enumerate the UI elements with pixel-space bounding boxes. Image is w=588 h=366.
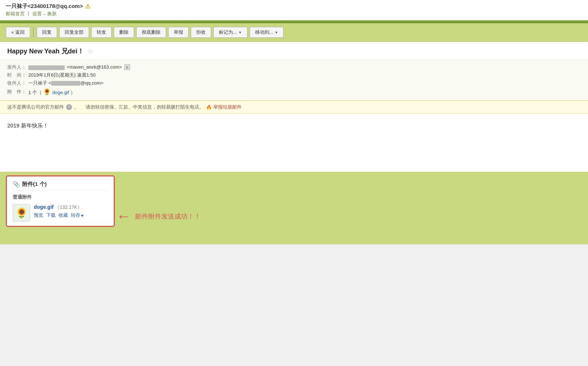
email-subject-title: Happy New Yeah 兄dei！ [7,47,84,56]
forward-button[interactable]: 转发 [91,27,112,38]
nav-home[interactable]: 邮箱首页 [6,11,25,17]
to-email-blurred [51,81,80,86]
attachment-file: 🌻 doge.gif （132.17K） 预览 下载 收藏 转存 ▾ [13,204,108,221]
email-header: 一只袜子<23400178@qq.com> ⚠ 邮箱首页 丨 设置 – 换肤 [0,0,588,20]
to-label: 收件人： [7,80,26,86]
spam-separator: 。 [74,104,84,110]
delete-button[interactable]: 删除 [114,27,134,38]
help-icon[interactable]: ? [66,104,72,110]
attachment-panel-header: 📎 附件(1 个) [13,181,108,190]
email-body-text: 2019 新年快乐！ [7,122,581,129]
from-value: <maven_work@163.com> [28,64,122,70]
download-link[interactable]: 下载 [46,212,56,219]
reject-button[interactable]: 拒收 [191,27,211,38]
attachment-box: 📎 附件(1 个) 普通附件 🌻 doge.gif （132.17K） 预览 下… [6,175,115,227]
red-arrow-icon: ← [116,208,131,224]
spam-report-link[interactable]: 🔥 举报垃圾邮件 [206,104,242,110]
move-button[interactable]: 移动到... ▼ [250,27,284,38]
file-size: （132.17K） [55,204,82,210]
reply-all-button[interactable]: 回复全部 [59,27,89,38]
warning-icon: ⚠ [85,3,90,10]
spam-warning: 这不是腾讯公司的官方邮件 ? 。 请勿轻信密保、汇款、中奖信息，勿轻易拨打陌生电… [0,101,588,114]
contact-card-icon[interactable]: ≡ [124,64,130,70]
save-dropdown[interactable]: 转存 ▾ [71,212,84,219]
annotation-arrow: ← 邮件附件发送成功！！ [116,208,201,224]
move-dropdown-arrow: ▼ [274,30,278,34]
spam-notice-text: 这不是腾讯公司的官方邮件 [7,104,64,110]
email-meta: 发件人： <maven_work@163.com> ≡ 时 间： 2019年1月… [0,60,588,101]
file-name[interactable]: doge.gif [34,204,53,210]
file-name-row: doge.gif （132.17K） [34,204,108,211]
time-value: 2019年1月6日(星期天) 凌晨1:50 [28,72,96,78]
time-row: 时 间： 2019年1月6日(星期天) 凌晨1:50 [7,72,581,78]
green-bar [0,20,588,23]
collect-link[interactable]: 收藏 [59,212,68,219]
nav-settings[interactable]: 设置 [32,11,42,17]
toolbar-divider-1 [33,28,34,37]
from-label: 发件人： [7,64,26,70]
spam-advice-text: 请勿轻信密保、汇款、中奖信息，勿轻易拨打陌生电话。 [86,104,204,110]
from-name-blurred [28,65,65,70]
star-icon[interactable]: ☆ [88,47,93,55]
reply-button[interactable]: 回复 [37,27,57,38]
email-subject-row: Happy New Yeah 兄dei！ ☆ [0,42,588,60]
username-display: 一只袜子<23400178@qq.com> [6,3,83,10]
to-row: 收件人： 一只袜子 <@qq.com> [7,80,581,86]
attachment-section: 📎 附件(1 个) 普通附件 🌻 doge.gif （132.17K） 预览 下… [0,172,588,244]
attachment-row: 附 件： 1 个（ 🌻 doge.gif ） [7,88,581,96]
attachment-label: 附 件： [7,89,26,95]
nav-separator: 丨 [26,11,31,17]
preview-link[interactable]: 预览 [34,212,43,219]
file-actions: 预览 下载 收藏 转存 ▾ [34,212,108,219]
mark-dropdown-arrow: ▼ [238,30,242,34]
paperclip-icon: 📎 [13,181,20,188]
save-dropdown-arrow: ▾ [81,213,84,218]
attachment-value: 1 个（ 🌻 doge.gif ） [28,88,75,96]
email-area: Happy New Yeah 兄dei！ ☆ 发件人： <maven_work@… [0,42,588,172]
file-info: doge.gif （132.17K） 预览 下载 收藏 转存 ▾ [34,204,108,219]
permanent-delete-button[interactable]: 彻底删除 [136,27,166,38]
from-row: 发件人： <maven_work@163.com> ≡ [7,64,581,70]
nav-skin[interactable]: 换肤 [47,11,57,17]
email-body: 2019 新年快乐！ [0,114,588,172]
attachment-panel-title: 附件(1 个) [22,181,47,188]
time-label: 时 间： [7,72,26,78]
report-button[interactable]: 举报 [168,27,189,38]
to-value: 一只袜子 <@qq.com> [28,80,104,86]
mark-button[interactable]: 标记为... ▼ [213,27,247,38]
back-button[interactable]: « 返回 [6,27,30,38]
spam-fire-icon: 🔥 [206,105,212,110]
attachment-type-label: 普通附件 [13,194,108,200]
annotation-text: 邮件附件发送成功！！ [135,212,201,221]
toolbar: « 返回 回复 回复全部 转发 删除 彻底删除 举报 拒收 标记为... ▼ 移… [0,23,588,42]
header-nav: 邮箱首页 丨 设置 – 换肤 [6,11,90,17]
file-thumbnail: 🌻 [13,204,30,221]
nav-dash: – [43,11,46,17]
user-info: 一只袜子<23400178@qq.com> ⚠ [6,3,90,10]
